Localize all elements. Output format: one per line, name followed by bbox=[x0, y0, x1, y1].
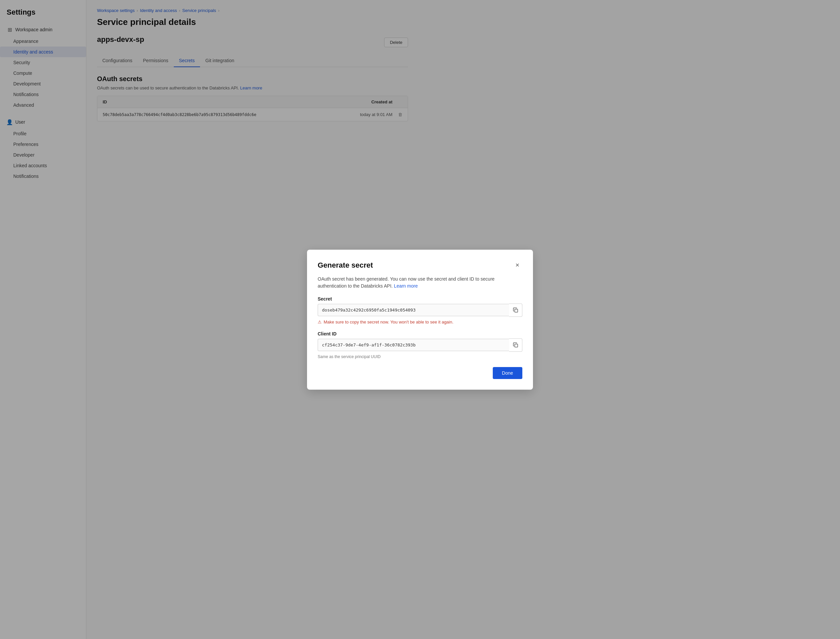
modal-close-button[interactable]: × bbox=[512, 260, 522, 270]
client-id-input[interactable] bbox=[318, 339, 509, 351]
modal-footer: Done bbox=[318, 367, 522, 379]
modal-description: OAuth secret has been generated. You can… bbox=[318, 276, 522, 289]
generate-secret-modal: Generate secret × OAuth secret has been … bbox=[307, 250, 533, 389]
secret-field-label: Secret bbox=[318, 296, 522, 302]
warning-message: ⚠ Make sure to copy the secret now. You … bbox=[318, 320, 522, 324]
copy-icon-2 bbox=[513, 342, 518, 348]
svg-rect-0 bbox=[515, 309, 518, 312]
modal-overlay: Generate secret × OAuth secret has been … bbox=[0, 0, 840, 639]
copy-secret-button[interactable] bbox=[509, 304, 522, 317]
svg-rect-1 bbox=[515, 344, 518, 347]
modal-learn-more-link[interactable]: Learn more bbox=[394, 283, 418, 289]
secret-input[interactable] bbox=[318, 304, 509, 316]
secret-field-group bbox=[318, 304, 522, 317]
client-id-field-label: Client ID bbox=[318, 331, 522, 337]
modal-header: Generate secret × bbox=[318, 260, 522, 270]
warning-icon: ⚠ bbox=[318, 320, 322, 324]
done-button[interactable]: Done bbox=[493, 367, 522, 379]
copy-client-id-button[interactable] bbox=[509, 339, 522, 352]
modal-title: Generate secret bbox=[318, 261, 373, 270]
copy-icon bbox=[513, 308, 518, 313]
client-id-hint: Same as the service principal UUID bbox=[318, 354, 522, 359]
client-id-field-group bbox=[318, 339, 522, 352]
